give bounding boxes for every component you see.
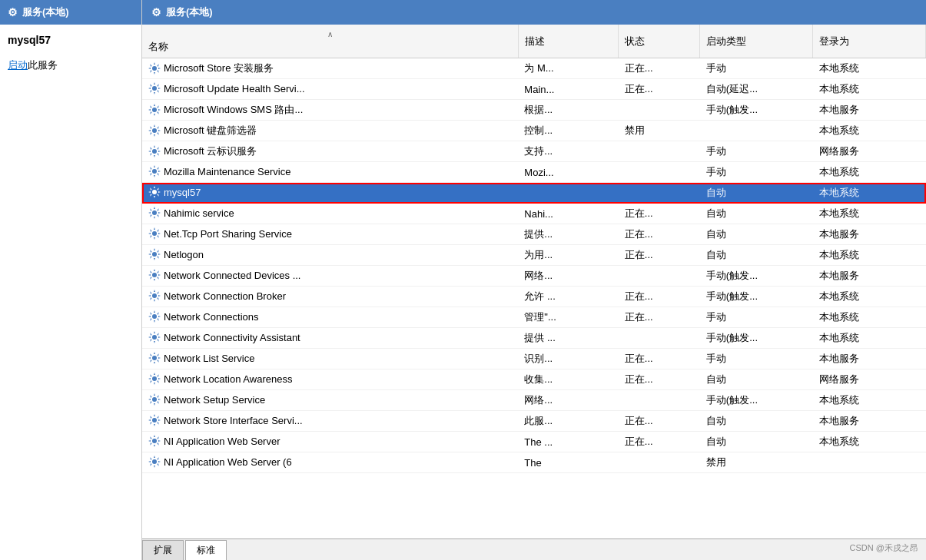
svg-point-15 (152, 376, 157, 381)
table-row[interactable]: Network Connected Devices ...网络...手动(触发.… (142, 266, 926, 287)
service-name-cell: NI Application Web Server (6 (142, 452, 518, 471)
right-panel: ⚙ 服务(本地) ∧ 名称 描述 状态 启动类型 登录为 (142, 0, 926, 560)
col-header-login[interactable]: 登录为 (813, 25, 926, 58)
tab-标准[interactable]: 标准 (185, 540, 227, 560)
service-name-text: Network Connected Devices ... (164, 270, 300, 281)
service-startup-cell: 手动 (700, 141, 813, 162)
tab-扩展[interactable]: 扩展 (142, 540, 184, 560)
service-gear-icon (148, 310, 161, 323)
table-row[interactable]: Microsoft Windows SMS 路由...根据...手动(触发...… (142, 100, 926, 121)
table-row[interactable]: Network List Service识别...正在...手动本地服务 (142, 349, 926, 369)
main-container: ⚙ 服务(本地) mysql57 启动此服务 ⚙ 服务(本地) ∧ 名称 (0, 0, 926, 560)
service-name-cell: Net.Tcp Port Sharing Service (142, 224, 518, 243)
service-status-cell: 正在... (619, 204, 700, 224)
table-row[interactable]: Microsoft Update Health Servi...Main...正… (142, 79, 926, 100)
service-status-cell (619, 141, 700, 162)
service-name-cell: Network List Service (142, 349, 518, 367)
service-desc-cell: The ... (518, 432, 618, 452)
svg-point-18 (152, 439, 157, 443)
service-desc-cell: 收集... (518, 369, 618, 390)
service-gear-icon (148, 248, 161, 260)
table-row[interactable]: mysql57自动本地系统 (142, 183, 926, 204)
service-login-cell: 本地系统 (813, 328, 926, 349)
service-name-text: Network List Service (164, 353, 254, 364)
service-login-cell: 网络服务 (813, 369, 926, 390)
table-row[interactable]: Netlogon为用...正在...自动本地系统 (142, 245, 926, 266)
service-desc-cell: Main... (518, 79, 618, 100)
service-name-text: Microsoft Update Health Servi... (164, 83, 305, 94)
service-login-cell (813, 452, 926, 473)
service-status-cell (619, 266, 700, 287)
svg-point-9 (152, 252, 157, 257)
service-startup-cell: 自动 (700, 224, 813, 245)
service-gear-icon (148, 373, 161, 385)
svg-point-10 (152, 273, 157, 277)
service-desc-cell: 提供... (518, 224, 618, 245)
table-row[interactable]: NI Application Web Server (6The禁用 (142, 452, 926, 473)
service-gear-icon (148, 227, 161, 240)
service-name-text: Microsoft 云标识服务 (164, 144, 257, 158)
service-startup-cell: 自动 (700, 369, 813, 390)
table-row[interactable]: Network Setup Service网络...手动(触发...本地系统 (142, 390, 926, 411)
service-status-cell: 正在... (619, 432, 700, 452)
service-gear-icon (148, 62, 161, 75)
table-row[interactable]: Network Store Interface Servi...此服...正在.… (142, 411, 926, 432)
col-header-status[interactable]: 状态 (619, 25, 700, 58)
sort-arrow: ∧ (148, 28, 512, 40)
service-startup-cell: 手动 (700, 162, 813, 183)
svg-point-16 (152, 397, 157, 402)
service-name-text: Netlogon (164, 249, 204, 260)
services-table-wrapper[interactable]: ∧ 名称 描述 状态 启动类型 登录为 Microsoft Store 安装服务… (142, 25, 926, 538)
table-row[interactable]: Net.Tcp Port Sharing Service提供...正在...自动… (142, 224, 926, 245)
service-name-cell: Microsoft Windows SMS 路由... (142, 100, 518, 120)
service-startup-cell: 手动 (700, 58, 813, 79)
service-gear-icon (148, 165, 161, 177)
service-login-cell: 本地系统 (813, 58, 926, 79)
sidebar-action: 启动此服务 (8, 58, 134, 72)
service-startup-cell: 手动(触发... (700, 266, 813, 287)
table-row[interactable]: Mozilla Maintenance ServiceMozi...手动本地系统 (142, 162, 926, 183)
service-desc-cell: 识别... (518, 349, 618, 369)
table-row[interactable]: Microsoft 云标识服务支持...手动网络服务 (142, 141, 926, 162)
service-status-cell (619, 390, 700, 411)
table-row[interactable]: Microsoft Store 安装服务为 M...正在...手动本地系统 (142, 58, 926, 79)
table-row[interactable]: Nahimic serviceNahi...正在...自动本地系统 (142, 204, 926, 224)
service-desc-cell: 网络... (518, 266, 618, 287)
table-row[interactable]: NI Application Web ServerThe ...正在...自动本… (142, 432, 926, 452)
service-name-cell: Network Connections (142, 307, 518, 326)
panel-header: ⚙ 服务(本地) (142, 0, 926, 25)
service-startup-cell: 手动(触发... (700, 287, 813, 307)
service-status-cell (619, 100, 700, 121)
service-startup-cell: 自动 (700, 432, 813, 452)
svg-point-2 (152, 108, 157, 112)
watermark: CSDN @禾戌之昂 (850, 542, 918, 554)
col-header-desc[interactable]: 描述 (518, 25, 618, 58)
service-name-cell: Network Connected Devices ... (142, 266, 518, 284)
service-status-cell (619, 162, 700, 183)
table-row[interactable]: Network Connectivity Assistant提供 ...手动(触… (142, 328, 926, 349)
service-login-cell: 本地系统 (813, 307, 926, 328)
table-body: Microsoft Store 安装服务为 M...正在...手动本地系统Mic… (142, 58, 926, 473)
svg-point-12 (152, 314, 157, 319)
service-name-cell: mysql57 (142, 183, 518, 201)
sidebar-start-link[interactable]: 启动 (8, 59, 28, 71)
svg-point-13 (152, 335, 157, 340)
service-name-text: Microsoft 键盘筛选器 (164, 124, 257, 138)
table-row[interactable]: Network Connections管理"...正在...手动本地系统 (142, 307, 926, 328)
service-name-cell: Network Connection Broker (142, 287, 518, 305)
svg-point-17 (152, 418, 157, 422)
table-row[interactable]: Microsoft 键盘筛选器控制...禁用本地系统 (142, 121, 926, 141)
service-gear-icon (148, 290, 161, 302)
sidebar-header: ⚙ 服务(本地) (0, 0, 141, 25)
col-header-name[interactable]: ∧ 名称 (142, 25, 518, 58)
service-name-text: Network Connections (164, 311, 259, 323)
col-header-startup[interactable]: 启动类型 (700, 25, 813, 58)
service-startup-cell: 手动(触发... (700, 390, 813, 411)
service-name-text: Network Location Awareness (164, 373, 292, 385)
service-name-text: NI Application Web Server (164, 436, 280, 447)
service-login-cell: 本地系统 (813, 79, 926, 100)
service-gear-icon (148, 207, 161, 219)
table-row[interactable]: Network Connection Broker允许 ...正在...手动(触… (142, 287, 926, 307)
table-row[interactable]: Network Location Awareness收集...正在...自动网络… (142, 369, 926, 390)
service-login-cell: 本地服务 (813, 266, 926, 287)
